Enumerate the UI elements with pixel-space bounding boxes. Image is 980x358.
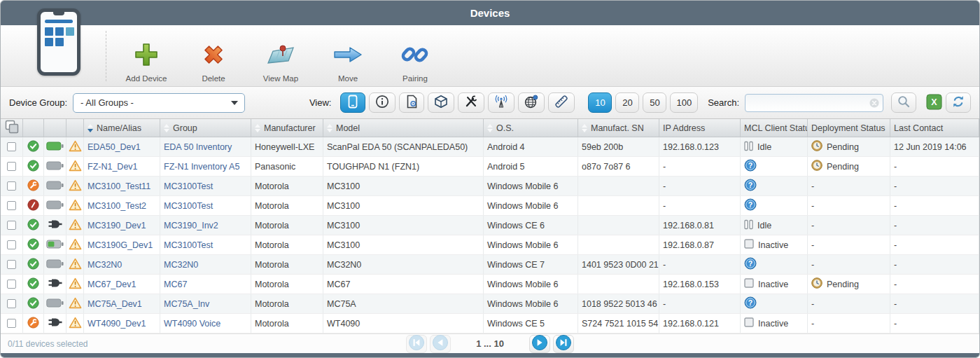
page-size-buttons: 102050100 <box>584 92 698 113</box>
row-checkbox[interactable] <box>7 280 16 289</box>
last-contact-cell: - <box>890 157 979 176</box>
table-footer: 0/11 devices selected 1 ... 10 <box>1 333 979 353</box>
row-checkbox[interactable] <box>7 240 16 249</box>
device-name-link[interactable]: MC3190G_Dev1 <box>88 240 153 250</box>
device-name-link[interactable]: MC75A_Dev1 <box>88 299 142 309</box>
file-view-button[interactable] <box>399 92 424 113</box>
filter-bar: Device Group: - All Groups - View: 10205… <box>1 87 979 119</box>
device-group-link[interactable]: WT4090 Voice <box>164 319 220 329</box>
move-button[interactable]: Move <box>314 31 382 83</box>
row-checkbox[interactable] <box>7 319 16 328</box>
battery-icon <box>46 200 64 212</box>
column-header-7[interactable]: Manufacturer <box>251 119 323 137</box>
battery-icon <box>46 298 64 310</box>
column-header-6[interactable]: Group <box>160 119 251 137</box>
location-view-button[interactable] <box>518 92 545 113</box>
name-cell: FZ-N1_Dev1 <box>84 157 160 176</box>
os-cell: Windows Mobile 6 <box>484 275 578 294</box>
refresh-button[interactable] <box>946 92 971 113</box>
column-header-10[interactable]: Manufact. SN <box>578 119 659 137</box>
device-name-link[interactable]: MC3100_Test11 <box>88 181 150 191</box>
name-cell: MC3190G_Dev1 <box>84 235 160 254</box>
deployment-status-cell: - <box>808 177 890 195</box>
sn-cell: 1401 9523 0D00 21 <box>578 255 659 274</box>
device-group-select[interactable]: - All Groups - <box>73 93 245 113</box>
column-label: MCL Client Status <box>744 123 808 133</box>
device-name-link[interactable]: MC3100_Test2 <box>88 201 146 211</box>
device-group-link[interactable]: EDA 50 Inventory <box>164 142 232 152</box>
clear-search-icon[interactable] <box>869 98 879 110</box>
delete-button[interactable]: Delete <box>180 31 247 83</box>
next-page-button[interactable] <box>529 335 550 353</box>
column-header-9[interactable]: O.S. <box>484 119 578 137</box>
last-contact-cell: - <box>890 314 979 333</box>
info-view-button[interactable] <box>369 92 396 113</box>
wireless-view-button[interactable] <box>488 92 514 113</box>
warning-icon <box>69 297 82 311</box>
deployment-status-label: - <box>811 181 814 191</box>
row-checkbox[interactable] <box>7 299 16 308</box>
device-group-link[interactable]: MC3100Test <box>164 240 213 250</box>
group-cell: WT4090 Voice <box>160 314 251 333</box>
manufacturer-cell: Motorola <box>251 196 323 215</box>
svg-text:X: X <box>931 97 937 107</box>
pairing-button[interactable]: Pairing <box>382 31 449 83</box>
add-device-button[interactable]: Add Device <box>113 31 180 83</box>
device-group-link[interactable]: MC3190_Inv2 <box>164 221 218 230</box>
sn-cell: o87o 7o87 6 <box>578 157 659 176</box>
view-map-button[interactable]: View Map <box>247 31 314 83</box>
software-view-button[interactable] <box>428 92 454 113</box>
table-row: FZ-N1_Dev1FZ-N1 Inventory A5PanasonicTOU… <box>1 157 979 177</box>
toolbar-divider <box>106 31 106 81</box>
svg-text:?: ? <box>748 181 752 189</box>
page-size-10-button[interactable]: 10 <box>588 92 612 113</box>
page-size-100-button[interactable]: 100 <box>670 92 698 113</box>
device-group-link[interactable]: MC3100Test <box>164 201 213 211</box>
device-status-cell <box>23 177 44 195</box>
name-cell: MC3190_Dev1 <box>84 216 160 235</box>
column-header-5[interactable]: Name/Alias <box>84 119 160 137</box>
last-contact-cell: - <box>890 177 979 195</box>
deployment-status-label: - <box>811 319 814 329</box>
search-button[interactable] <box>891 92 916 113</box>
deployment-status-label: - <box>811 221 814 230</box>
page-size-20-button[interactable]: 20 <box>615 92 639 113</box>
row-checkbox[interactable] <box>7 181 16 191</box>
row-checkbox[interactable] <box>7 221 16 230</box>
name-cell: WT4090_Dev1 <box>84 314 160 333</box>
export-excel-button[interactable]: X <box>926 94 942 112</box>
row-checkbox[interactable] <box>7 142 16 151</box>
device-name-link[interactable]: EDA50_Dev1 <box>88 142 141 152</box>
sn-cell <box>578 235 659 254</box>
device-group-link[interactable]: MC75A_Inv <box>164 299 209 309</box>
mcl-status-cell: Inactive <box>741 314 808 333</box>
device-name-link[interactable]: WT4090_Dev1 <box>88 319 146 329</box>
table-row: MC3190G_Dev1MC3100TestMotorolaMC3100Wind… <box>1 235 979 255</box>
column-header-8[interactable]: Model <box>323 119 484 137</box>
page-size-50-button[interactable]: 50 <box>643 92 666 113</box>
row-checkbox[interactable] <box>7 201 16 210</box>
ip-cell: 192.168.0.153 <box>659 275 741 294</box>
device-group-link[interactable]: MC3100Test <box>164 181 213 191</box>
search-input[interactable] <box>745 94 883 112</box>
pagination: 1 ... 10 <box>405 335 575 353</box>
alert-cell <box>66 196 84 215</box>
row-checkbox[interactable] <box>7 162 16 171</box>
device-group-link[interactable]: MC32N0 <box>164 260 198 270</box>
device-name-link[interactable]: MC32N0 <box>88 260 122 270</box>
row-checkbox[interactable] <box>7 260 16 269</box>
device-view-button[interactable] <box>340 92 365 113</box>
device-group-link[interactable]: FZ-N1 Inventory A5 <box>164 162 239 172</box>
select-all-button[interactable] <box>1 119 23 137</box>
deployment-status-label: Pending <box>827 280 859 289</box>
tools-view-button[interactable] <box>458 92 484 113</box>
device-name-link[interactable]: MC67_Dev1 <box>88 280 136 289</box>
device-name-link[interactable]: MC3190_Dev1 <box>88 221 146 230</box>
measure-view-button[interactable] <box>548 92 575 113</box>
status-online-icon <box>27 297 39 311</box>
view-map-icon <box>265 38 296 71</box>
table-row: MC32N0MC32N0MotorolaMC32N0Windows CE 714… <box>1 255 979 275</box>
device-group-link[interactable]: MC67 <box>164 280 187 289</box>
last-page-button[interactable] <box>553 335 574 353</box>
device-name-link[interactable]: FZ-N1_Dev1 <box>88 162 138 172</box>
